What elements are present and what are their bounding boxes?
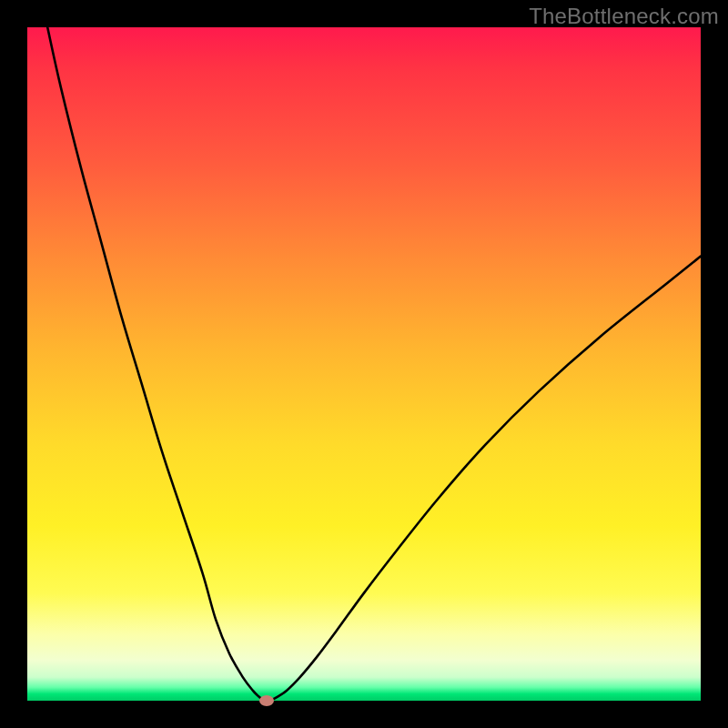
chart-frame: TheBottleneck.com [0,0,728,728]
optimum-marker [259,695,274,706]
watermark-text: TheBottleneck.com [529,4,719,29]
plot-area [27,27,701,701]
bottleneck-curve [27,27,701,701]
